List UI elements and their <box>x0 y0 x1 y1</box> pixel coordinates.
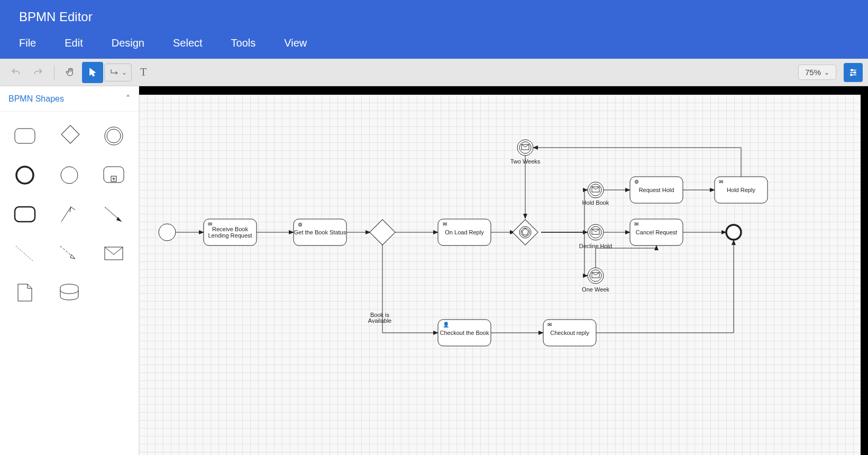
svg-rect-29 <box>370 220 395 245</box>
svg-text:Request Hold: Request Hold <box>639 187 674 193</box>
palette-end-event-shape[interactable] <box>8 162 41 188</box>
palette-start-event-shape[interactable] <box>53 162 86 188</box>
zoom-level-select[interactable]: 75% ⌄ <box>798 65 836 80</box>
node-receive-book-lending-request[interactable]: ✉ Receive BookLending Request <box>204 219 257 245</box>
svg-text:✉: ✉ <box>634 221 638 227</box>
svg-point-8 <box>105 127 123 145</box>
node-get-book-status[interactable]: ⚙ Get the Book Status <box>294 219 346 245</box>
svg-text:✉: ✉ <box>208 221 212 227</box>
node-decline-hold-event[interactable]: Decline Hold <box>579 224 612 249</box>
palette-transaction-shape[interactable] <box>8 202 41 227</box>
svg-text:Receive BookLending Request: Receive BookLending Request <box>208 226 252 239</box>
node-on-load-reply[interactable]: ✉ On Load Reply <box>438 219 491 245</box>
palette-message-shape[interactable] <box>97 241 130 266</box>
zoom-value: 75% <box>805 68 821 77</box>
menu-file[interactable]: File <box>19 37 36 49</box>
diagram-svg[interactable]: ✉ Receive BookLending Request ⚙ Get the … <box>139 95 861 455</box>
svg-text:Get the Book Status: Get the Book Status <box>294 229 346 235</box>
node-cancel-request[interactable]: ✉ Cancel Request <box>630 219 683 245</box>
svg-rect-6 <box>15 129 35 143</box>
svg-text:👤: 👤 <box>443 321 450 328</box>
redo-icon <box>33 67 43 78</box>
pan-tool-button[interactable] <box>60 62 81 83</box>
palette-gateway-shape[interactable] <box>53 123 86 149</box>
node-end-event[interactable] <box>726 225 741 240</box>
svg-point-22 <box>159 224 176 241</box>
palette-association-shape[interactable] <box>53 202 86 227</box>
palette-sequence-flow-shape[interactable] <box>97 202 130 227</box>
svg-text:✉: ✉ <box>719 179 723 185</box>
svg-text:⚙: ⚙ <box>298 222 303 228</box>
node-hold-reply[interactable]: ✉ Hold Reply <box>715 177 768 203</box>
palette-data-store-shape[interactable] <box>53 280 86 305</box>
svg-text:Hold Reply: Hold Reply <box>727 187 755 193</box>
chevron-up-icon: ˄ <box>126 94 130 104</box>
node-one-week-event[interactable]: One Week <box>582 268 609 293</box>
svg-rect-16 <box>15 207 35 222</box>
edge-label-available: Book isAvailable <box>368 312 391 324</box>
palette-message-flow-shape[interactable] <box>53 241 86 266</box>
node-checkout-book[interactable]: 👤 Checkout the Book <box>438 320 491 346</box>
svg-point-1 <box>851 69 853 71</box>
palette-intermediate-event-shape[interactable] <box>97 123 130 149</box>
palette-title: BPMN Shapes <box>8 94 64 104</box>
node-gateway-event-based[interactable] <box>513 220 538 245</box>
svg-text:✉: ✉ <box>547 322 552 327</box>
undo-icon <box>11 67 21 78</box>
menu-edit[interactable]: Edit <box>65 37 83 49</box>
svg-text:Checkout reply: Checkout reply <box>550 330 589 336</box>
chevron-down-icon: ⌄ <box>824 69 829 76</box>
menu-bar: File Edit Design Select Tools View <box>0 32 868 59</box>
toolbar-separator <box>54 65 54 80</box>
node-request-hold[interactable]: ⚙ Request Hold <box>630 177 683 203</box>
palette-section-header[interactable]: BPMN Shapes ˄ <box>0 86 139 112</box>
node-checkout-reply[interactable]: ✉ Checkout reply <box>543 320 596 346</box>
svg-text:⚙: ⚙ <box>634 179 639 185</box>
node-hold-book-event[interactable]: Hold Book <box>582 182 609 206</box>
redo-button[interactable] <box>28 62 49 83</box>
svg-rect-33 <box>513 220 538 245</box>
sliders-icon <box>848 68 858 77</box>
menu-design[interactable]: Design <box>112 37 144 49</box>
ruler-right <box>861 86 868 455</box>
diagram-canvas[interactable]: ✉ Receive BookLending Request ⚙ Get the … <box>139 86 868 455</box>
text-icon: T <box>140 66 147 78</box>
svg-text:Hold Book: Hold Book <box>582 199 609 206</box>
svg-text:Decline Hold: Decline Hold <box>579 243 612 249</box>
palette-subprocess-shape[interactable] <box>97 162 130 188</box>
app-header: BPMN Editor File Edit Design Select Tool… <box>0 0 868 59</box>
pointer-icon <box>87 67 98 78</box>
node-start-event[interactable] <box>159 224 176 241</box>
svg-point-11 <box>61 167 78 184</box>
palette-task-shape[interactable] <box>8 123 41 149</box>
undo-button[interactable] <box>5 62 26 83</box>
svg-text:Cancel Request: Cancel Request <box>636 229 677 235</box>
toolbar: ⌄ T 75% ⌄ <box>0 59 868 86</box>
menu-view[interactable]: View <box>284 37 307 49</box>
text-tool-button[interactable]: T <box>133 62 154 83</box>
svg-text:✉: ✉ <box>443 221 447 227</box>
app-title: BPMN Editor <box>0 0 868 32</box>
svg-point-5 <box>851 74 852 76</box>
svg-rect-7 <box>61 125 79 143</box>
properties-panel-toggle[interactable] <box>844 63 863 82</box>
connector-type-button[interactable]: ⌄ <box>104 63 132 81</box>
svg-text:Two Weeks: Two Weeks <box>510 158 541 165</box>
ruler-top <box>139 86 868 95</box>
svg-text:On Load Reply: On Load Reply <box>445 229 484 235</box>
svg-point-62 <box>726 225 741 240</box>
node-two-weeks-event[interactable]: Two Weeks <box>510 140 541 165</box>
connector-icon <box>109 67 120 78</box>
svg-line-18 <box>16 246 33 261</box>
pointer-tool-button[interactable] <box>82 62 103 83</box>
svg-text:Checkout the Book: Checkout the Book <box>440 330 489 336</box>
palette-dotted-association-shape[interactable] <box>8 241 41 266</box>
palette-data-object-shape[interactable] <box>8 280 41 305</box>
chevron-down-icon: ⌄ <box>122 69 127 76</box>
svg-point-10 <box>16 167 33 184</box>
svg-point-3 <box>854 71 856 73</box>
menu-select[interactable]: Select <box>173 37 203 49</box>
hand-icon <box>65 67 76 78</box>
menu-tools[interactable]: Tools <box>231 37 256 49</box>
node-gateway-book-status[interactable] <box>370 220 395 245</box>
